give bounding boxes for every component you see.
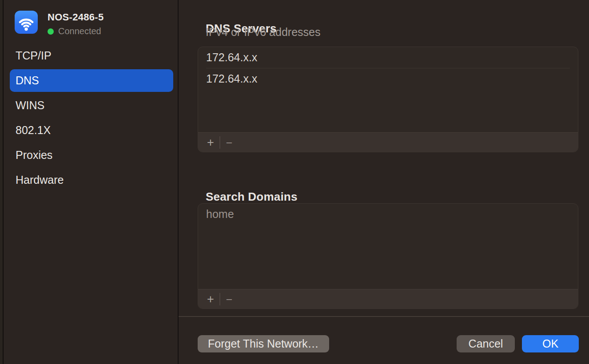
sidebar-item-dns[interactable]: DNS xyxy=(10,69,173,92)
wifi-icon xyxy=(15,11,38,34)
dns-servers-subtitle: IPv4 or IPv6 addresses xyxy=(206,26,320,39)
search-domains-toolbar: + − xyxy=(198,289,578,309)
cancel-button[interactable]: Cancel xyxy=(457,335,515,352)
sidebar-item-8021x[interactable]: 802.1X xyxy=(10,119,173,142)
search-domain-value: home xyxy=(206,208,234,221)
sidebar: NOS-2486-5 Connected TCP/IP DNS WINS 802… xyxy=(4,0,178,364)
network-name: NOS-2486-5 xyxy=(48,12,104,23)
status-text: Connected xyxy=(58,26,101,36)
dns-servers-toolbar: + − xyxy=(198,132,578,152)
network-meta: NOS-2486-5 Connected xyxy=(48,11,104,36)
remove-dns-server-button[interactable]: − xyxy=(220,135,238,150)
network-header: NOS-2486-5 Connected xyxy=(15,11,104,36)
remove-search-domain-button[interactable]: − xyxy=(220,291,238,307)
search-domain-row[interactable]: home xyxy=(198,204,578,225)
footer-divider xyxy=(179,316,589,317)
search-domains-list: home + − xyxy=(198,203,578,309)
dns-server-value: 172.64.x.x xyxy=(206,72,257,85)
dns-servers-list: 172.64.x.x 172.64.x.x + − xyxy=(198,47,578,152)
status-dot-icon xyxy=(48,28,54,35)
search-domains-title: Search Domains xyxy=(206,190,298,204)
dns-server-row[interactable]: 172.64.x.x xyxy=(198,47,578,68)
forget-network-button[interactable]: Forget This Network… xyxy=(198,335,329,352)
sidebar-item-hardware[interactable]: Hardware xyxy=(10,169,173,191)
add-dns-server-button[interactable]: + xyxy=(202,135,219,150)
sidebar-item-wins[interactable]: WINS xyxy=(10,94,173,117)
network-status: Connected xyxy=(48,26,104,36)
sidebar-item-proxies[interactable]: Proxies xyxy=(10,144,173,166)
sidebar-menu: TCP/IP DNS WINS 802.1X Proxies Hardware xyxy=(10,44,173,194)
sidebar-item-tcpip[interactable]: TCP/IP xyxy=(10,44,173,67)
ok-button[interactable]: OK xyxy=(522,335,579,352)
dns-server-value: 172.64.x.x xyxy=(206,51,257,64)
dns-settings-pane: DNS Servers IPv4 or IPv6 addresses 172.6… xyxy=(179,0,589,364)
dns-server-row[interactable]: 172.64.x.x xyxy=(198,68,578,89)
add-search-domain-button[interactable]: + xyxy=(202,291,219,307)
